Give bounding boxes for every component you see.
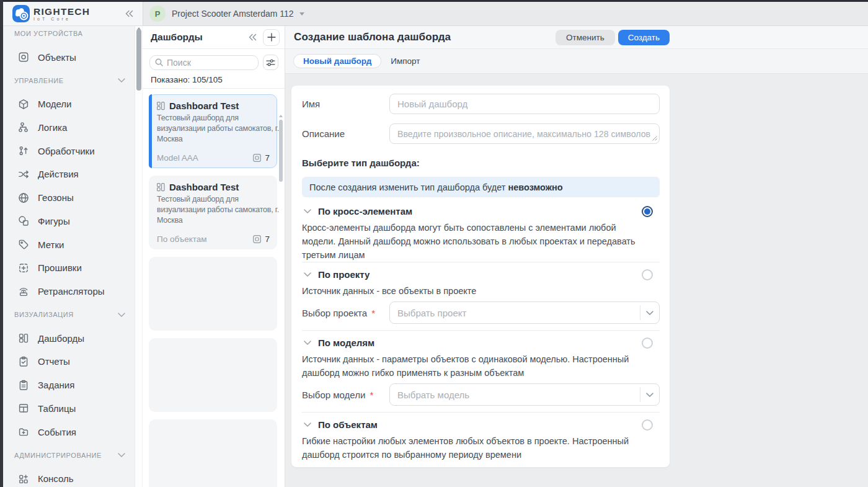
dashboard-icon bbox=[157, 102, 165, 110]
type-heading: Выберите тип дашборда: bbox=[302, 158, 660, 168]
option-title: По кросс-элементам bbox=[318, 206, 412, 217]
radio-by-models[interactable] bbox=[642, 337, 653, 349]
option-by-objects: По объектам bbox=[302, 419, 660, 430]
logo-bar: RIGHTECH IoT Core bbox=[3, 2, 143, 26]
geofences-icon bbox=[18, 192, 29, 203]
sidebar-item-reports[interactable]: Отчеты bbox=[3, 350, 143, 373]
tab-import[interactable]: Импорт bbox=[391, 56, 420, 66]
create-button[interactable]: Создать bbox=[618, 30, 670, 45]
sidebar-section-visualization[interactable]: ВИЗУАЛИЗАЦИЯ bbox=[3, 303, 143, 327]
dashboard-card-title: Dashboard Test bbox=[169, 182, 239, 192]
sidebar: МОИ УСТРОЙСТВА Объекты УПРАВЛЕНИЕ Модели bbox=[3, 26, 143, 487]
window-frame-left bbox=[0, 0, 3, 487]
sidebar-item-logic[interactable]: Логика bbox=[3, 116, 143, 140]
dashboard-card-placeholder[interactable] bbox=[149, 338, 277, 412]
chevron-down-icon[interactable] bbox=[304, 272, 311, 277]
name-label: Имя bbox=[302, 99, 389, 109]
radio-cross-elements[interactable] bbox=[642, 206, 653, 217]
sidebar-item-dashboards[interactable]: Дашборды bbox=[3, 326, 143, 350]
dashboards-icon bbox=[18, 333, 29, 344]
main-area: Создание шаблона дашборда Отменить Созда… bbox=[285, 26, 868, 487]
project-select-row: Выбор проекта * Выбрать проект bbox=[302, 302, 660, 324]
tasks-icon bbox=[18, 380, 29, 391]
option-title: По объектам bbox=[318, 419, 378, 430]
radio-by-objects[interactable] bbox=[642, 419, 653, 431]
scroll-up-arrow[interactable] bbox=[279, 115, 283, 117]
description-input[interactable] bbox=[389, 123, 660, 144]
model-select[interactable]: Выбрать модель bbox=[389, 383, 660, 406]
panel-collapse-icon[interactable] bbox=[248, 34, 257, 41]
console-icon bbox=[18, 473, 29, 485]
dashboard-list-scrollbar[interactable] bbox=[279, 114, 283, 487]
sidebar-item-shapes[interactable]: Фигуры bbox=[3, 210, 143, 233]
chevron-down-icon[interactable] bbox=[304, 422, 311, 427]
sidebar-item-geofences[interactable]: Геозоны bbox=[3, 186, 143, 210]
sidebar-item-repeaters[interactable]: Ретрансляторы bbox=[3, 280, 143, 303]
form-card: Имя Описание Выберите тип дашборда: Посл… bbox=[291, 86, 670, 467]
chevron-down-icon bbox=[646, 393, 653, 397]
model-select-row: Выбор модели * Выбрать модель bbox=[302, 383, 660, 406]
dashboard-card-footer-label: Model AAA bbox=[157, 153, 198, 163]
dashboard-card[interactable]: Dashboard Test Тестовый дашборд для визу… bbox=[149, 176, 277, 249]
sidebar-item-tasks[interactable]: Задания bbox=[3, 373, 143, 397]
search-box bbox=[149, 55, 259, 70]
dashboards-panel: Дашборды bbox=[143, 26, 285, 487]
dashboard-card-description: Тестовый дашборд для визуализации работы… bbox=[157, 113, 280, 145]
dashboard-icon bbox=[157, 183, 165, 192]
sidebar-item-actions[interactable]: Действия bbox=[3, 163, 143, 186]
project-caret-icon[interactable] bbox=[299, 12, 304, 16]
reports-icon bbox=[18, 356, 29, 367]
dashboard-list-scrollbar-thumb[interactable] bbox=[279, 120, 283, 182]
models-icon bbox=[18, 99, 29, 110]
divider bbox=[302, 262, 660, 262]
sidebar-item-objects[interactable]: Объекты bbox=[3, 45, 143, 69]
project-select[interactable]: Выбрать проект bbox=[389, 302, 660, 324]
radio-by-project[interactable] bbox=[642, 269, 653, 280]
dashboard-card-placeholder[interactable] bbox=[149, 419, 277, 487]
panel-title: Дашборды bbox=[151, 32, 203, 43]
name-input[interactable] bbox=[389, 94, 660, 114]
option-description: Кросс-элементы дашборда могут быть сопос… bbox=[302, 221, 640, 262]
project-avatar[interactable]: P bbox=[149, 6, 166, 22]
sidebar-section-management[interactable]: УПРАВЛЕНИЕ bbox=[3, 69, 143, 92]
tab-new-dashboard[interactable]: Новый дашборд bbox=[293, 54, 381, 68]
required-asterisk: * bbox=[371, 308, 375, 318]
project-selector[interactable]: Project Scooter Amsterdam 112 bbox=[172, 9, 294, 19]
main-header: Создание шаблона дашборда Отменить Созда… bbox=[285, 26, 868, 49]
divider bbox=[302, 412, 660, 413]
dashboard-card-selected[interactable]: Dashboard Test Тестовый дашборд для визу… bbox=[149, 94, 277, 168]
handlers-icon bbox=[18, 145, 29, 156]
option-title: По моделям bbox=[318, 337, 374, 348]
chevron-down-icon[interactable] bbox=[304, 209, 311, 213]
events-icon bbox=[18, 426, 29, 437]
project-bar: P Project Scooter Amsterdam 112 bbox=[143, 2, 868, 26]
add-dashboard-button[interactable] bbox=[263, 29, 280, 46]
sidebar-item-firmware[interactable]: Прошивки bbox=[3, 256, 143, 280]
sidebar-item-tags[interactable]: Метки bbox=[3, 233, 143, 256]
search-input[interactable] bbox=[167, 58, 253, 68]
main-tabs: Новый дашборд Импорт bbox=[285, 49, 868, 74]
sidebar-item-handlers[interactable]: Обработчики bbox=[3, 139, 143, 163]
description-label: Описание bbox=[302, 128, 389, 139]
model-select-label: Выбор модели * bbox=[302, 390, 389, 400]
chevron-down-icon bbox=[118, 453, 125, 457]
dashboard-list: Dashboard Test Тестовый дашборд для визу… bbox=[143, 89, 285, 487]
sidebar-section-administration[interactable]: АДМИНИСТРИРОВАНИЕ bbox=[3, 444, 143, 467]
sidebar-scrollbar-thumb[interactable] bbox=[136, 29, 141, 91]
sidebar-item-events[interactable]: События bbox=[3, 420, 143, 444]
chevron-down-icon bbox=[118, 313, 125, 317]
sidebar-item-console[interactable]: Консоль bbox=[3, 467, 143, 487]
sidebar-collapse-icon[interactable] bbox=[125, 10, 134, 17]
chevron-down-icon[interactable] bbox=[304, 341, 311, 345]
filter-button[interactable] bbox=[263, 55, 278, 70]
dashboard-card-title: Dashboard Test bbox=[169, 101, 239, 111]
sidebar-scrollbar[interactable] bbox=[135, 26, 142, 487]
dashboard-card-placeholder[interactable] bbox=[149, 257, 277, 331]
cancel-button[interactable]: Отменить bbox=[556, 30, 615, 45]
option-description: Источник данных - параметры объектов с о… bbox=[302, 352, 640, 380]
sidebar-item-models[interactable]: Модели bbox=[3, 92, 143, 116]
repeaters-icon bbox=[18, 286, 29, 297]
option-description: Гибкие настройки любых элементов любых о… bbox=[302, 434, 640, 462]
window-frame-top bbox=[0, 0, 868, 2]
sidebar-item-tables[interactable]: Таблицы bbox=[3, 397, 143, 421]
